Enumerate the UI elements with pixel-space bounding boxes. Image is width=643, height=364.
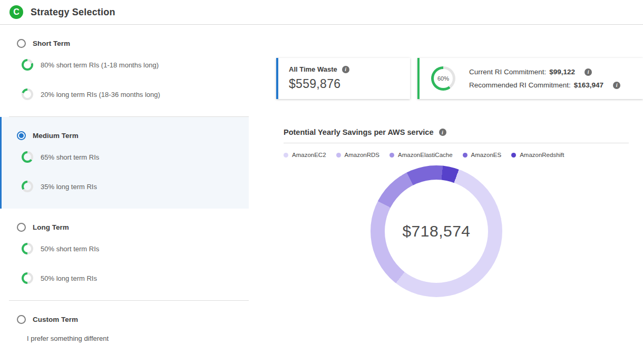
legend-swatch-icon (389, 153, 394, 158)
info-icon[interactable]: i (342, 66, 349, 73)
radio-icon[interactable] (17, 223, 26, 232)
custom-term-radio-row[interactable]: Custom Term (0, 312, 249, 326)
allocation-label: 50% long term RIs (41, 274, 97, 282)
progress-ring-icon (22, 88, 33, 100)
legend-swatch-icon (336, 153, 341, 158)
medium-term-radio-row[interactable]: Medium Term (2, 129, 249, 142)
radio-icon[interactable] (17, 39, 26, 48)
current-ri-commitment: Current RI Commitment: $99,122 i (469, 68, 620, 76)
savings-chart-panel: Potential Yearly Savings per AWS service… (284, 128, 643, 297)
commit-label: Current RI Commitment: (469, 68, 546, 76)
divider (284, 143, 629, 143)
details-panel: All Time Waste i $559,876 60% Current RI… (249, 25, 643, 364)
progress-ring-icon (22, 272, 33, 284)
gauge-percent-label: 60% (431, 66, 455, 91)
strategy-label: Medium Term (33, 132, 79, 140)
all-time-waste-value: $559,876 (289, 77, 400, 91)
card-title: All Time Waste (289, 65, 337, 73)
donut-total-value: $718,574 (371, 165, 502, 297)
legend-label: AmazonES (471, 152, 502, 158)
legend-label: AmazonElastiCache (398, 152, 453, 158)
strategy-option-short-term[interactable]: Short Term 80% short term RIs (1-18 mont… (0, 25, 249, 116)
legend-swatch-icon (511, 153, 516, 158)
legend-item[interactable]: AmazonElastiCache (389, 152, 453, 158)
progress-ring-icon (22, 243, 33, 254)
page-title: Strategy Selection (31, 7, 115, 18)
radio-selected-icon[interactable] (17, 131, 26, 140)
commit-value: $163,947 (574, 81, 603, 89)
legend-item[interactable]: AmazonEC2 (284, 152, 326, 158)
legend-item[interactable]: AmazonRDS (336, 152, 379, 158)
commitment-gauge-icon: 60% (431, 66, 455, 91)
legend-label: AmazonEC2 (292, 152, 326, 158)
long-term-radio-row[interactable]: Long Term (0, 220, 249, 234)
chart-legend: AmazonEC2 AmazonRDS AmazonElastiCache Am… (284, 152, 643, 158)
allocation-row: 65% short term RIs (2, 142, 249, 172)
allocation-label: 50% short term RIs (41, 245, 99, 253)
savings-donut-chart[interactable]: $718,574 (371, 165, 502, 297)
short-term-radio-row[interactable]: Short Term (0, 36, 249, 50)
commit-label: Recommended RI Commitment: (469, 81, 571, 89)
ri-commitment-card: 60% Current RI Commitment: $99,122 i Rec… (417, 58, 643, 99)
strategy-list: Short Term 80% short term RIs (1-18 mont… (0, 25, 249, 364)
strategy-label: Short Term (33, 40, 70, 47)
legend-label: AmazonRDS (345, 152, 379, 158)
radio-icon[interactable] (17, 315, 26, 324)
legend-item[interactable]: AmazonRedshift (511, 152, 564, 158)
all-time-waste-card: All Time Waste i $559,876 (276, 58, 410, 99)
chart-title: Potential Yearly Savings per AWS service (284, 128, 434, 136)
commit-value: $99,122 (549, 68, 575, 76)
strategy-label: Long Term (33, 223, 69, 231)
custom-term-description: I prefer something different (0, 326, 249, 342)
allocation-label: 35% long term RIs (41, 183, 97, 191)
info-icon[interactable]: i (439, 129, 446, 136)
app-logo-icon: C (9, 5, 23, 19)
allocation-row: 50% short term RIs (0, 234, 249, 263)
recommended-ri-commitment: Recommended RI Commitment: $163,947 i (469, 81, 620, 89)
legend-item[interactable]: AmazonES (463, 152, 502, 158)
info-icon[interactable]: i (584, 68, 592, 76)
allocation-label: 20% long term RIs (18-36 months long) (41, 91, 160, 99)
progress-ring-icon (22, 151, 33, 163)
allocation-row: 80% short term RIs (1-18 months long) (0, 50, 249, 80)
strategy-label: Custom Term (33, 316, 78, 323)
legend-label: AmazonRedshift (520, 152, 564, 158)
summary-cards: All Time Waste i $559,876 60% Current RI… (276, 58, 643, 99)
allocation-row: 35% long term RIs (2, 172, 249, 201)
legend-swatch-icon (463, 153, 467, 158)
allocation-label: 65% short term RIs (41, 153, 99, 161)
strategy-option-medium-term[interactable]: Medium Term 65% short term RIs 35% long … (0, 117, 249, 209)
strategy-option-long-term[interactable]: Long Term 50% short term RIs 50% long te… (0, 209, 249, 300)
info-icon[interactable]: i (613, 82, 620, 89)
app-header: C Strategy Selection (0, 0, 643, 25)
allocation-label: 80% short term RIs (1-18 months long) (41, 61, 159, 69)
legend-swatch-icon (284, 153, 288, 158)
progress-ring-icon (22, 59, 33, 71)
strategy-option-custom-term[interactable]: Custom Term I prefer something different (0, 301, 249, 350)
allocation-row: 20% long term RIs (18-36 months long) (0, 80, 249, 109)
progress-ring-icon (22, 181, 33, 192)
allocation-row: 50% long term RIs (0, 263, 249, 293)
